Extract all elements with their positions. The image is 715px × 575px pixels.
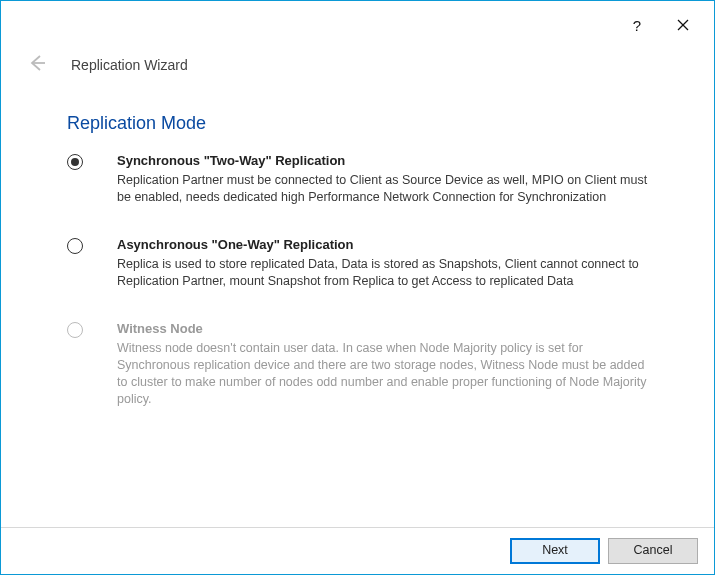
wizard-window: ? Replication Wizard Replication Mode Sy… — [0, 0, 715, 575]
close-button[interactable] — [660, 9, 706, 41]
option-description: Replication Partner must be connected to… — [117, 172, 648, 207]
radio-witness-node — [67, 322, 83, 338]
back-button — [21, 49, 53, 81]
help-button[interactable]: ? — [614, 9, 660, 41]
option-asynchronous[interactable]: Asynchronous "One-Way" Replication Repli… — [67, 236, 648, 290]
option-description: Witness node doesn't contain user data. … — [117, 340, 648, 409]
options-group: Synchronous "Two-Way" Replication Replic… — [1, 152, 714, 439]
arrow-left-icon — [26, 52, 48, 79]
help-icon: ? — [633, 17, 641, 34]
page-heading: Replication Mode — [67, 113, 714, 134]
option-description: Replica is used to store replicated Data… — [117, 256, 648, 291]
wizard-title: Replication Wizard — [71, 57, 188, 73]
option-witness-node: Witness Node Witness node doesn't contai… — [67, 320, 648, 409]
radio-synchronous[interactable] — [67, 154, 83, 170]
option-title: Witness Node — [117, 320, 648, 338]
titlebar: ? — [1, 1, 714, 49]
option-title: Synchronous "Two-Way" Replication — [117, 152, 648, 170]
next-button[interactable]: Next — [510, 538, 600, 564]
footer: Next Cancel — [1, 527, 714, 574]
option-title: Asynchronous "One-Way" Replication — [117, 236, 648, 254]
option-body: Asynchronous "One-Way" Replication Repli… — [117, 236, 648, 290]
option-body: Witness Node Witness node doesn't contai… — [117, 320, 648, 409]
close-icon — [677, 17, 689, 34]
radio-asynchronous[interactable] — [67, 238, 83, 254]
cancel-button[interactable]: Cancel — [608, 538, 698, 564]
option-synchronous[interactable]: Synchronous "Two-Way" Replication Replic… — [67, 152, 648, 206]
option-body: Synchronous "Two-Way" Replication Replic… — [117, 152, 648, 206]
wizard-header: Replication Wizard — [1, 49, 714, 89]
